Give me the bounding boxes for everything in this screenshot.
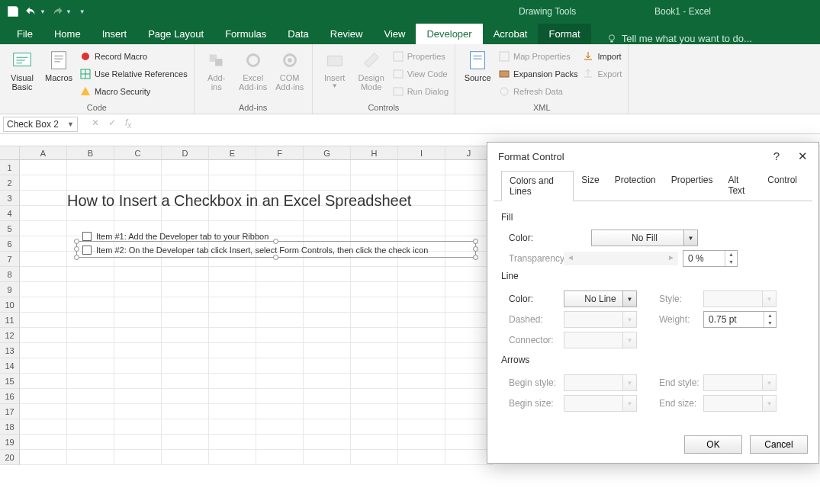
cell[interactable] [114, 450, 162, 465]
tab-pagelayout[interactable]: Page Layout [137, 24, 214, 44]
cell[interactable] [445, 221, 493, 236]
cell[interactable] [114, 297, 162, 313]
cell[interactable] [351, 450, 398, 465]
close-icon[interactable]: ✕ [798, 149, 808, 163]
cell[interactable] [304, 328, 351, 343]
cell[interactable] [67, 313, 114, 328]
cell[interactable] [114, 175, 162, 191]
cell[interactable] [351, 282, 398, 297]
cell[interactable] [398, 282, 445, 297]
row-header[interactable]: 7 [0, 252, 20, 267]
transparency-spin[interactable]: 0 %▲▼ [683, 250, 738, 267]
cell[interactable] [256, 419, 304, 435]
cell[interactable] [256, 343, 304, 358]
cancel-formula-icon[interactable]: ✕ [92, 117, 99, 130]
column-header[interactable]: C [114, 146, 162, 160]
row-header[interactable]: 3 [0, 191, 20, 206]
row-header[interactable]: 8 [0, 267, 20, 282]
cell[interactable] [114, 343, 162, 358]
cell[interactable] [162, 328, 209, 343]
cell[interactable] [351, 435, 398, 450]
cell[interactable] [209, 435, 256, 450]
cell[interactable] [256, 328, 304, 343]
cancel-button[interactable]: Cancel [750, 435, 808, 454]
tab-alttext[interactable]: Alt Text [720, 171, 760, 201]
cell[interactable] [304, 297, 351, 313]
redo-dropdown[interactable]: ▼ [66, 8, 72, 15]
line-color-combo[interactable]: No Line▼ [564, 291, 637, 307]
cell[interactable] [445, 374, 493, 389]
cell[interactable] [209, 267, 256, 282]
cell[interactable] [351, 358, 398, 374]
name-box[interactable]: Check Box 2▼ [3, 117, 78, 132]
cell[interactable] [398, 297, 445, 313]
cell[interactable] [445, 419, 493, 435]
cell[interactable] [256, 358, 304, 374]
row-header[interactable]: 4 [0, 206, 20, 221]
cell[interactable] [445, 191, 493, 206]
cell[interactable] [20, 221, 67, 236]
addins-button[interactable]: Add- ins [201, 47, 233, 101]
checkbox-item-1[interactable]: Item #1: Add the Developer tab to your R… [82, 232, 269, 241]
cell[interactable] [67, 328, 114, 343]
cell[interactable] [304, 175, 351, 191]
cell[interactable] [351, 419, 398, 435]
row-header[interactable]: 20 [0, 450, 20, 465]
com-addins-button[interactable]: COM Add-ins [274, 47, 306, 101]
fx-icon[interactable]: fx [125, 117, 131, 130]
cell[interactable] [351, 404, 398, 419]
visual-basic-button[interactable]: Visual Basic [6, 47, 38, 101]
column-header[interactable]: H [351, 146, 398, 160]
cell[interactable] [20, 267, 67, 282]
cell[interactable] [398, 160, 445, 175]
row-header[interactable]: 6 [0, 236, 20, 252]
cell[interactable] [398, 374, 445, 389]
cell[interactable] [351, 389, 398, 404]
cell[interactable] [20, 160, 67, 175]
tab-file[interactable]: File [6, 24, 43, 44]
column-header[interactable]: F [256, 146, 304, 160]
cell[interactable] [304, 267, 351, 282]
cell[interactable] [304, 282, 351, 297]
cell[interactable] [162, 389, 209, 404]
cell[interactable] [351, 160, 398, 175]
cell[interactable] [398, 389, 445, 404]
cell[interactable] [20, 191, 67, 206]
cell[interactable] [304, 313, 351, 328]
cell[interactable] [114, 328, 162, 343]
formula-input[interactable] [142, 117, 820, 132]
help-icon[interactable]: ? [773, 149, 780, 163]
export-button[interactable]: Export [582, 66, 622, 82]
resize-handle[interactable] [273, 239, 278, 244]
row-header[interactable]: 13 [0, 343, 20, 358]
row-header[interactable]: 15 [0, 374, 20, 389]
cell[interactable] [256, 282, 304, 297]
cell[interactable] [67, 374, 114, 389]
cell[interactable] [351, 374, 398, 389]
cell[interactable] [304, 419, 351, 435]
cell[interactable] [256, 267, 304, 282]
macro-security-button[interactable]: Macro Security [79, 84, 188, 99]
connector-combo[interactable]: ▼ [564, 332, 637, 348]
cell[interactable] [20, 175, 67, 191]
cell[interactable] [162, 313, 209, 328]
tab-colors-lines[interactable]: Colors and Lines [501, 171, 574, 201]
cell[interactable] [256, 160, 304, 175]
transparency-slider[interactable]: ◄► [564, 252, 678, 265]
row-header[interactable]: 16 [0, 389, 20, 404]
properties-button[interactable]: Properties [392, 49, 449, 64]
cell[interactable] [445, 206, 493, 221]
expansion-packs-button[interactable]: Expansion Packs [498, 66, 577, 82]
tab-size[interactable]: Size [574, 171, 606, 201]
column-header[interactable]: D [162, 146, 209, 160]
cell[interactable] [398, 328, 445, 343]
tab-data[interactable]: Data [277, 24, 319, 44]
cell[interactable] [114, 419, 162, 435]
cell[interactable] [20, 252, 67, 267]
cell[interactable] [67, 282, 114, 297]
cell[interactable] [209, 374, 256, 389]
cell[interactable] [67, 450, 114, 465]
begin-size-combo[interactable]: ▼ [564, 395, 637, 412]
cell[interactable] [256, 374, 304, 389]
cell[interactable] [351, 267, 398, 282]
